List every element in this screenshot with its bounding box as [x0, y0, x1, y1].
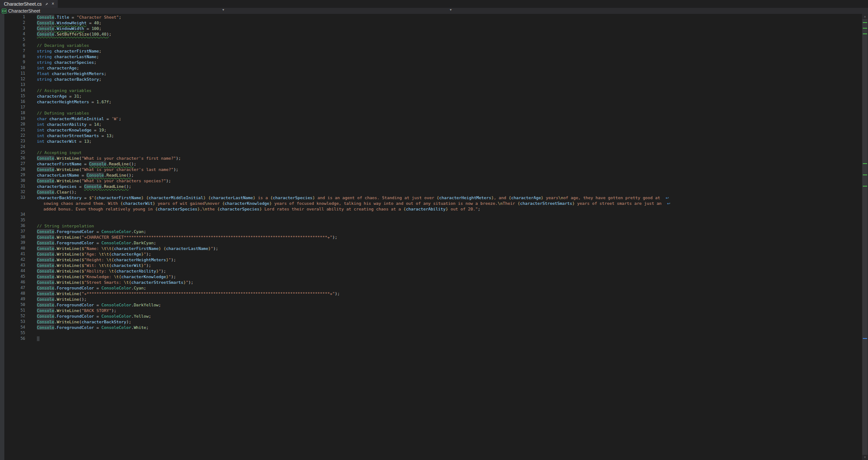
- code-line[interactable]: 21int characterKnowledge = 19;: [0, 127, 862, 133]
- code-line[interactable]: 51Console.WriteLine("BACK STORY");: [0, 308, 862, 313]
- code-line[interactable]: 11float characterHeightMeters;: [0, 71, 862, 76]
- code-text: string characterSpecies;: [26, 59, 96, 65]
- code-line[interactable]: 38Console.WriteLine("+CHARACTER SHEET***…: [0, 234, 862, 240]
- chevron-down-icon[interactable]: ▼: [222, 8, 225, 11]
- line-number: 29: [0, 172, 26, 178]
- code-text: int characterAge;: [26, 65, 79, 71]
- code-text: Console.SetBufferSize(100,40);: [26, 31, 112, 37]
- code-text: Console.WriteLine();: [26, 296, 86, 302]
- code-line[interactable]: 10int characterAge;: [0, 65, 862, 71]
- tab-title: CharacterSheet.cs: [4, 1, 42, 7]
- line-number: 44: [0, 268, 26, 274]
- code-line[interactable]: 13: [0, 82, 862, 88]
- code-line[interactable]: 31characterSpecies = Console.ReadLine();: [0, 184, 862, 189]
- code-line[interactable]: 17: [0, 105, 862, 110]
- code-line[interactable]: 28Console.WriteLine("What is your charac…: [0, 167, 862, 172]
- breadcrumb: CharacterSheet: [8, 8, 40, 13]
- code-line[interactable]: 35: [0, 217, 862, 223]
- code-line[interactable]: 23int characterWit = 13;: [0, 138, 862, 144]
- line-number: 28: [0, 167, 26, 172]
- code-editor[interactable]: 1Console.Title = "Character Sheet";2Cons…: [0, 14, 868, 460]
- code-line[interactable]: 15characterAge = 31;: [0, 93, 862, 99]
- code-line[interactable]: 37Console.ForegroundColor = ConsoleColor…: [0, 229, 862, 234]
- code-text: [26, 330, 37, 336]
- code-line[interactable]: 44Console.WriteLine($"Ability: \t{charac…: [0, 268, 862, 274]
- line-number: 37: [0, 229, 26, 234]
- scroll-up-arrow[interactable]: ▲: [862, 14, 868, 19]
- code-line[interactable]: 14// Assigning variables: [0, 88, 862, 93]
- code-line[interactable]: 27characterFirstName = Console.ReadLine(…: [0, 161, 862, 167]
- code-line[interactable]: 55: [0, 330, 862, 336]
- code-text: float characterHeightMeters;: [26, 71, 106, 76]
- code-line[interactable]: 34: [0, 212, 862, 217]
- code-line[interactable]: 48Console.WriteLine("+******************…: [0, 291, 862, 296]
- code-line[interactable]: added bonus. Even though relatively youn…: [0, 206, 862, 212]
- code-line[interactable]: 2Console.WindowHeight = 40;: [0, 20, 862, 26]
- code-line[interactable]: 53Console.WriteLine(characterBackStory);: [0, 319, 862, 325]
- chevron-down-icon[interactable]: ▼: [449, 8, 452, 11]
- code-line[interactable]: 5: [0, 37, 862, 43]
- code-line[interactable]: 8string characterLastName;: [0, 54, 862, 59]
- code-text: characterSpecies = Console.ReadLine();: [26, 184, 131, 189]
- code-line[interactable]: 6// Decaring variables: [0, 43, 862, 48]
- code-line[interactable]: 45Console.WriteLine($"Knowledge: \t{char…: [0, 274, 862, 279]
- code-line[interactable]: 7string characterFirstName;: [0, 48, 862, 54]
- code-lines[interactable]: 1Console.Title = "Character Sheet";2Cons…: [0, 14, 862, 342]
- code-line[interactable]: 52Console.ForegroundColor = ConsoleColor…: [0, 313, 862, 319]
- code-line[interactable]: 25// Accepting input: [0, 150, 862, 155]
- code-line[interactable]: 18// Defining variables: [0, 110, 862, 116]
- code-line[interactable]: 20int characterAbility = 14;: [0, 122, 862, 127]
- line-number: 2: [0, 20, 26, 26]
- line-number: 53: [0, 319, 26, 325]
- code-line[interactable]: sowing chaos around them. With {characte…: [0, 200, 862, 206]
- code-line[interactable]: 46Console.WriteLine($"Street Smarts: \t{…: [0, 279, 862, 285]
- code-line[interactable]: 40Console.WriteLine($"Name: \t\t{charact…: [0, 246, 862, 251]
- code-line[interactable]: 42Console.WriteLine($"Height: \t{charact…: [0, 257, 862, 263]
- code-line[interactable]: 9string characterSpecies;: [0, 59, 862, 65]
- close-icon[interactable]: ×: [52, 2, 54, 6]
- code-line[interactable]: 54Console.ForegroundColor = ConsoleColor…: [0, 325, 862, 330]
- code-text: Console.WriteLine("What is your characte…: [26, 155, 181, 161]
- code-line[interactable]: 41Console.WriteLine($"Age: \t\t{characte…: [0, 251, 862, 257]
- code-line[interactable]: 30Console.WriteLine("What is your charac…: [0, 178, 862, 184]
- vertical-scrollbar[interactable]: ▲ ▼: [862, 14, 868, 460]
- code-text: Console.WriteLine("+********************…: [26, 291, 340, 296]
- code-text: Console.ForegroundColor = ConsoleColor.D…: [26, 302, 161, 308]
- code-line[interactable]: 43Console.WriteLine($"Wit: \t\t{characte…: [0, 263, 862, 268]
- code-line[interactable]: 3Console.WindowWidth = 100;: [0, 26, 862, 31]
- code-line[interactable]: 19char characterMiddleInitial = 'W';: [0, 116, 862, 122]
- code-line[interactable]: 39Console.ForegroundColor = ConsoleColor…: [0, 240, 862, 246]
- pin-icon[interactable]: [45, 2, 49, 6]
- navigation-bar: C# CharacterSheet ▼ ▼: [0, 8, 868, 14]
- code-line[interactable]: 50Console.ForegroundColor = ConsoleColor…: [0, 302, 862, 308]
- code-text: [26, 212, 37, 217]
- code-line[interactable]: 12string characterBackStory;: [0, 76, 862, 82]
- warning-mark: [863, 33, 867, 34]
- code-line[interactable]: 32Console.Clear();: [0, 189, 862, 195]
- code-text: Console.WriteLine("BACK STORY");: [26, 308, 116, 313]
- code-text: int characterKnowledge = 19;: [26, 127, 106, 133]
- code-line[interactable]: 26Console.WriteLine("What is your charac…: [0, 155, 862, 161]
- code-line[interactable]: 16characterHeightMeters = 1.67f;: [0, 99, 862, 105]
- code-line[interactable]: 24: [0, 144, 862, 150]
- code-text: string characterBackStory;: [26, 76, 102, 82]
- code-line[interactable]: 33characterBackStory = $"{characterFirst…: [0, 195, 862, 200]
- code-line[interactable]: 47Console.ForegroundColor = ConsoleColor…: [0, 285, 862, 291]
- line-number: [0, 200, 26, 206]
- line-number: 50: [0, 302, 26, 308]
- code-line[interactable]: 56: [0, 336, 862, 342]
- code-text: characterLastName = Console.ReadLine();: [26, 172, 134, 178]
- tab-charactersheet[interactable]: CharacterSheet.cs ×: [0, 0, 58, 8]
- code-line[interactable]: 22int characterStreetSmarts = 13;: [0, 133, 862, 138]
- member-dropdown[interactable]: ▼: [227, 8, 455, 14]
- code-line[interactable]: 49Console.WriteLine();: [0, 296, 862, 302]
- line-number: 24: [0, 144, 26, 150]
- scrollbar-thumb[interactable]: [862, 19, 868, 455]
- scroll-down-arrow[interactable]: ▼: [862, 455, 868, 460]
- type-dropdown[interactable]: C# CharacterSheet ▼: [0, 8, 227, 14]
- code-line[interactable]: 36// String interpolation: [0, 223, 862, 229]
- code-text: Console.ForegroundColor = ConsoleColor.C…: [26, 229, 146, 234]
- code-line[interactable]: 29characterLastName = Console.ReadLine()…: [0, 172, 862, 178]
- code-line[interactable]: 4Console.SetBufferSize(100,40);: [0, 31, 862, 37]
- code-line[interactable]: 1Console.Title = "Character Sheet";: [0, 14, 862, 20]
